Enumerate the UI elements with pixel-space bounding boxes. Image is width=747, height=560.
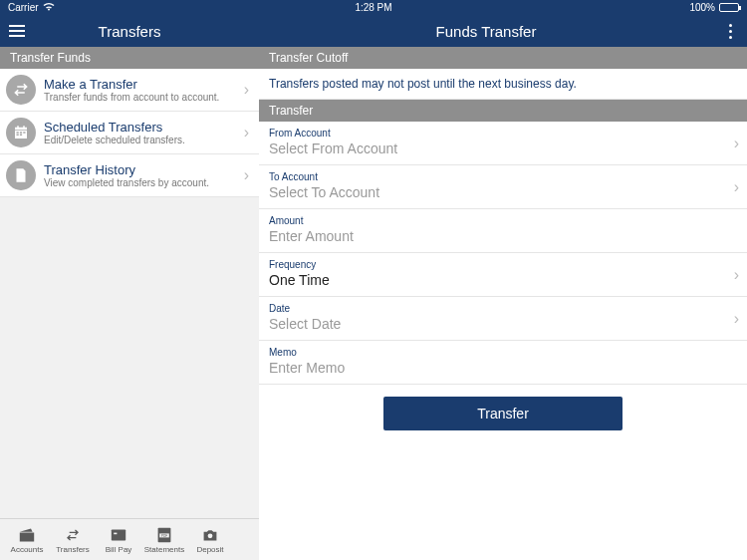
- calendar-icon: [6, 118, 36, 147]
- tab-accounts[interactable]: Accounts: [4, 526, 50, 554]
- battery-icon: [719, 3, 739, 12]
- wifi-icon: [43, 2, 55, 13]
- carrier-label: Carrier: [8, 2, 39, 13]
- main-content: Transfer Cutoff Transfers posted may not…: [259, 47, 747, 560]
- svg-rect-3: [17, 135, 19, 137]
- sidebar-item-subtitle: Transfer funds from account to account.: [44, 92, 242, 104]
- chevron-right-icon: ›: [734, 178, 739, 196]
- document-icon: [6, 160, 36, 190]
- svg-rect-6: [114, 532, 117, 534]
- left-panel-title: Transfers: [34, 23, 259, 40]
- field-label: Amount: [269, 213, 737, 228]
- more-vertical-icon: [729, 24, 732, 39]
- svg-point-10: [208, 533, 213, 538]
- frequency-field[interactable]: Frequency One Time ›: [259, 253, 747, 297]
- chevron-right-icon: ›: [734, 135, 739, 152]
- svg-rect-2: [23, 132, 25, 134]
- memo-field[interactable]: Memo Enter Memo: [259, 341, 747, 385]
- sidebar: Transfer Funds Make a Transfer Transfer …: [0, 47, 259, 560]
- svg-text:PDF: PDF: [161, 533, 167, 537]
- menu-button[interactable]: [0, 25, 34, 37]
- field-value: Enter Memo: [269, 360, 737, 376]
- sidebar-item-subtitle: Edit/Delete scheduled transfers.: [44, 135, 242, 146]
- tab-label: Deposit: [196, 545, 223, 554]
- to-account-field[interactable]: To Account Select To Account ›: [259, 165, 747, 209]
- svg-rect-1: [20, 132, 22, 134]
- tab-label: Accounts: [11, 545, 44, 554]
- field-label: Frequency: [269, 257, 737, 272]
- sidebar-section-header: Transfer Funds: [0, 47, 259, 69]
- chevron-right-icon: ›: [734, 266, 739, 284]
- pdf-icon: PDF: [153, 526, 175, 544]
- svg-rect-0: [17, 132, 19, 134]
- field-value: Enter Amount: [269, 228, 737, 244]
- app-header: Transfers Funds Transfer: [0, 15, 747, 47]
- transfer-button[interactable]: Transfer: [383, 397, 622, 430]
- transfer-arrows-icon: [62, 526, 84, 544]
- chevron-right-icon: ›: [242, 124, 251, 141]
- field-value: Select To Account: [269, 184, 737, 200]
- sidebar-item-scheduled-transfers[interactable]: Scheduled Transfers Edit/Delete schedule…: [0, 112, 259, 154]
- tab-statements[interactable]: PDF Statements: [141, 526, 187, 554]
- transfer-arrows-icon: [6, 75, 36, 105]
- sidebar-item-title: Transfer History: [44, 162, 242, 177]
- hamburger-icon: [9, 25, 25, 37]
- more-button[interactable]: [713, 24, 747, 39]
- svg-rect-5: [112, 529, 125, 540]
- tab-deposit[interactable]: Deposit: [187, 526, 233, 554]
- clock: 1:28 PM: [355, 2, 391, 13]
- chevron-right-icon: ›: [242, 166, 251, 184]
- sidebar-item-transfer-history[interactable]: Transfer History View completed transfer…: [0, 154, 259, 197]
- field-label: From Account: [269, 126, 737, 140]
- sidebar-item-subtitle: View completed transfers by account.: [44, 177, 242, 189]
- field-label: To Account: [269, 169, 737, 184]
- cutoff-header: Transfer Cutoff: [259, 47, 747, 69]
- form-header: Transfer: [259, 100, 747, 122]
- right-panel-title: Funds Transfer: [259, 23, 713, 40]
- chevron-right-icon: ›: [734, 310, 739, 328]
- svg-rect-4: [20, 135, 22, 137]
- camera-icon: [199, 526, 221, 544]
- sidebar-item-title: Make a Transfer: [44, 77, 242, 92]
- tab-label: Statements: [144, 545, 184, 554]
- field-value: Select Date: [269, 316, 737, 332]
- field-label: Date: [269, 301, 737, 316]
- status-bar: Carrier 1:28 PM 100%: [0, 0, 747, 15]
- tab-label: Bill Pay: [106, 545, 132, 554]
- from-account-field[interactable]: From Account Select From Account ›: [259, 122, 747, 165]
- bottom-tab-bar: Accounts Transfers Bill Pay PDF: [0, 518, 259, 560]
- battery-pct: 100%: [689, 2, 715, 13]
- wallet-icon: [16, 526, 38, 544]
- sidebar-item-make-transfer[interactable]: Make a Transfer Transfer funds from acco…: [0, 69, 259, 112]
- field-value: Select From Account: [269, 140, 737, 156]
- date-field[interactable]: Date Select Date ›: [259, 297, 747, 341]
- field-value: One Time: [269, 272, 737, 288]
- amount-field[interactable]: Amount Enter Amount: [259, 209, 747, 253]
- cutoff-message: Transfers posted may not post until the …: [259, 69, 747, 100]
- tab-label: Transfers: [56, 545, 90, 554]
- billpay-icon: [108, 526, 129, 544]
- chevron-right-icon: ›: [242, 81, 251, 99]
- tab-bill-pay[interactable]: Bill Pay: [96, 526, 141, 554]
- sidebar-item-title: Scheduled Transfers: [44, 120, 242, 135]
- tab-transfers[interactable]: Transfers: [50, 526, 96, 554]
- field-label: Memo: [269, 345, 737, 360]
